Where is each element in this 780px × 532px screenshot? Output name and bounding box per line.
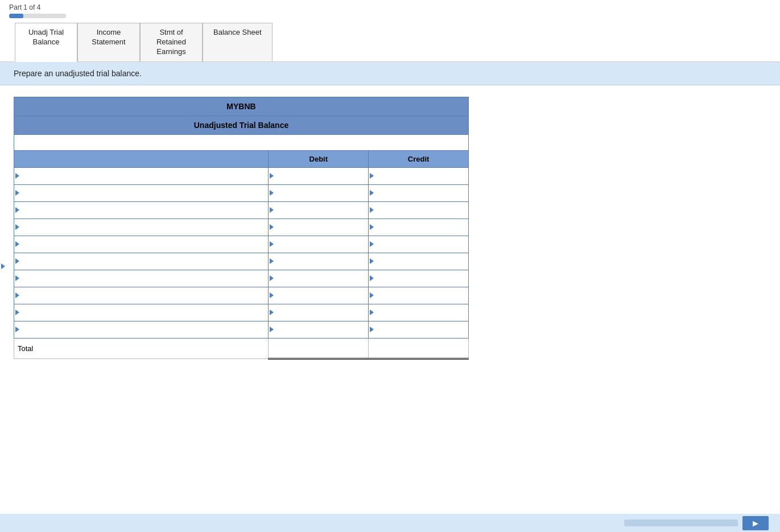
blank-row-1 [14,134,469,150]
bottom-bar: ▶ [0,514,780,532]
arrow-icon [15,292,19,298]
credit-cell[interactable] [369,270,469,287]
arrow-icon [15,310,19,315]
credit-cell[interactable] [369,218,469,236]
credit-cell[interactable] [369,287,469,304]
table-row[interactable] [14,304,469,321]
arrow-icon [270,173,274,179]
arrow-icon [15,241,19,247]
col-header-account [14,150,269,167]
trial-balance-table: MYBNB Unadjusted Trial Balance Debit Cre… [14,97,469,360]
arrow-icon [270,275,274,281]
total-label-cell: Total [14,338,269,358]
tab-balance-sheet[interactable]: Balance Sheet [203,23,273,61]
table-row[interactable] [14,287,469,304]
tab-income-statement[interactable]: IncomeStatement [77,23,140,61]
credit-cell[interactable] [369,184,469,201]
table-row[interactable] [14,167,469,184]
arrow-icon [270,224,274,230]
debit-cell[interactable] [269,201,369,218]
arrow-icon-blank [1,263,5,269]
account-cell[interactable] [14,201,269,218]
arrow-icon [370,258,374,264]
arrow-icon [15,207,19,213]
table-row[interactable] [14,184,469,201]
account-cell[interactable] [14,304,269,321]
tab-unadj-trial-balance[interactable]: Unadj TrialBalance [15,23,77,62]
arrow-icon [15,275,19,281]
tabs-row: Unadj TrialBalance IncomeStatement Stmt … [15,23,771,61]
arrow-icon [270,241,274,247]
next-button[interactable]: ▶ [742,516,769,530]
arrow-icon [15,327,19,332]
account-cell[interactable] [14,184,269,201]
table-row[interactable] [14,218,469,236]
company-name-cell: MYBNB [14,97,469,116]
arrow-icon [370,190,374,196]
table-container: MYBNB Unadjusted Trial Balance Debit Cre… [0,85,780,371]
arrow-icon [270,310,274,315]
instruction-text: Prepare an unadjusted trial balance. [14,69,142,78]
debit-cell[interactable] [269,253,369,270]
arrow-icon [270,258,274,264]
account-cell[interactable] [14,321,269,338]
scroll-bar[interactable] [624,519,738,526]
table-row[interactable] [14,270,469,287]
debit-cell[interactable] [269,167,369,184]
company-name-row: MYBNB [14,97,469,116]
credit-cell[interactable] [369,253,469,270]
debit-cell[interactable] [269,218,369,236]
arrow-icon [270,292,274,298]
table-row[interactable] [14,236,469,253]
table-row[interactable] [14,201,469,218]
total-credit-cell[interactable] [369,338,469,358]
total-debit-cell[interactable] [269,338,369,358]
page-wrapper: Part 1 of 4 Unadj TrialBalance IncomeSta… [0,0,780,532]
table-row[interactable] [14,321,469,338]
part-label: Part 1 of 4 [9,3,771,11]
debit-cell[interactable] [269,321,369,338]
arrow-icon [370,207,374,213]
arrow-icon [370,241,374,247]
arrow-icon [15,224,19,230]
col-header-credit: Credit [369,150,469,167]
arrow-icon [270,327,274,332]
content-area: Prepare an unadjusted trial balance. MYB… [0,62,780,371]
debit-cell[interactable] [269,287,369,304]
arrow-icon [15,258,19,264]
progress-bar-container [9,14,66,18]
arrow-icon [370,224,374,230]
instruction-bar: Prepare an unadjusted trial balance. [0,62,780,85]
blank-cell-1 [14,134,469,150]
col-header-debit: Debit [269,150,369,167]
debit-cell[interactable] [269,236,369,253]
credit-cell[interactable] [369,321,469,338]
credit-cell[interactable] [369,201,469,218]
account-cell[interactable] [14,253,269,270]
tab-stmt-retained-earnings[interactable]: Stmt ofRetainedEarnings [140,23,203,61]
col-header-row: Debit Credit [14,150,469,167]
arrow-icon [370,310,374,315]
account-cell[interactable] [14,167,269,184]
total-row: Total [14,338,469,358]
credit-cell[interactable] [369,167,469,184]
table-row[interactable] [14,253,469,270]
debit-cell[interactable] [269,304,369,321]
arrow-icon [370,327,374,332]
account-cell[interactable] [14,236,269,253]
account-cell[interactable] [14,287,269,304]
table-title-row: Unadjusted Trial Balance [14,116,469,134]
debit-cell[interactable] [269,184,369,201]
arrow-icon [15,173,19,179]
debit-cell[interactable] [269,270,369,287]
arrow-icon [370,275,374,281]
account-cell[interactable] [14,270,269,287]
arrow-icon [370,292,374,298]
arrow-icon [370,173,374,179]
arrow-icon [15,190,19,196]
account-cell[interactable] [14,218,269,236]
arrow-icon [270,207,274,213]
credit-cell[interactable] [369,236,469,253]
progress-bar-fill [9,14,23,18]
credit-cell[interactable] [369,304,469,321]
